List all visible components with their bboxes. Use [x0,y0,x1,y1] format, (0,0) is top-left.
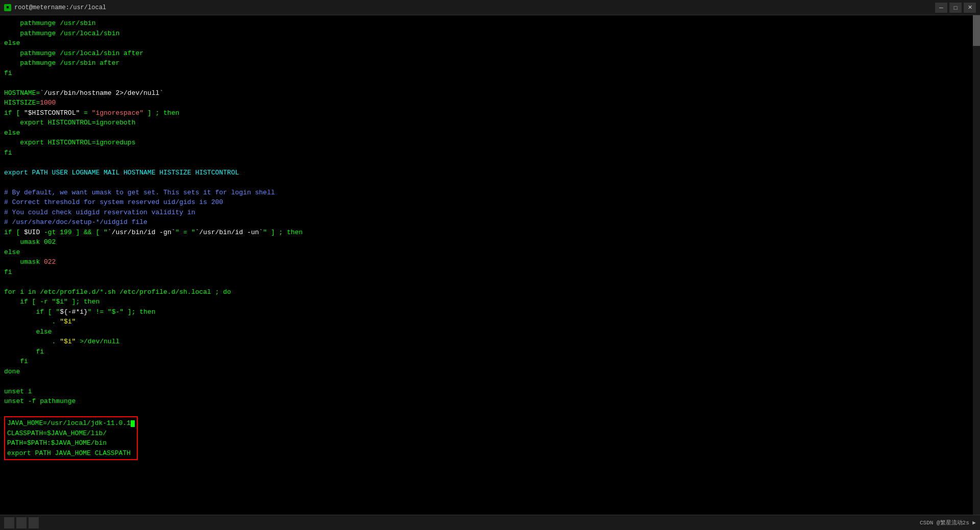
line-8-hostname: HOSTNAME=`/usr/bin/hostname 2>/dev/null` [4,89,163,97]
close-button[interactable]: ✕ [964,3,976,13]
line-32-else: else [4,328,52,336]
window-title: root@metername:/usr/local [14,4,106,11]
line-7-blank [4,79,8,87]
line-33-dot-i-null: . "$i" >/dev/null [4,338,119,345]
minimize-button[interactable]: ─ [935,3,947,13]
line-38-unset-i: unset i [4,388,32,395]
terminal-icon-symbol: ■ [6,5,9,10]
line-34-fi: fi [4,348,44,356]
line-37-blank [4,377,8,385]
line-16-export: export PATH USER LOGNAME MAIL HOSTNAME H… [4,169,239,176]
terminal-cursor [131,420,135,427]
line-25-umask022: umask 022 [4,258,56,266]
line-23-umask002: umask 002 [4,238,56,246]
line-17-blank [4,179,8,186]
java-line-2: CLASSPATH=$JAVA_HOME/lib/ [7,430,107,437]
line-12-else: else [4,129,20,137]
line-31-dot-i: . "$i" [4,318,76,325]
line-1: pathmunge /usr/sbin [4,19,95,27]
line-27-blank [4,278,8,286]
line-21-comment: # /usr/share/doc/setup-*/uidgid file [4,218,148,226]
maximize-button[interactable]: □ [949,3,962,13]
title-bar: ■ root@metername:/usr/local ─ □ ✕ [0,0,980,15]
line-40-blank [4,408,8,415]
line-20-comment: # You could check uidgid reservation val… [4,209,195,216]
java-block-text: JAVA_HOME=/usr/local/jdk-11.0.1 CLASSPAT… [7,418,135,458]
java-line-1: JAVA_HOME=/usr/local/jdk-11.0.1 [7,419,135,427]
line-11: export HISTCONTROL=ignoreboth [4,119,135,127]
line-5: pathmunge /usr/sbin after [4,59,119,67]
status-segment-1 [4,517,14,528]
line-28-for: for i in /etc/profile.d/*.sh /etc/profil… [4,288,231,296]
line-14-fi: fi [4,149,12,157]
scrollbar[interactable] [973,15,980,515]
line-3-else: else [4,39,20,47]
scrollbar-thumb[interactable] [973,15,980,46]
java-highlight-box: JAVA_HOME=/usr/local/jdk-11.0.1 CLASSPAT… [4,416,138,460]
line-4: pathmunge /usr/local/sbin after [4,49,143,57]
java-line-3: PATH=$PATH:$JAVA_HOME/bin [7,439,107,447]
watermark: CSDN @繁星流动2s ▶ [920,519,976,526]
statusbar-left [4,517,39,528]
line-29-if-r: if [ -r "$i" ]; then [4,298,100,306]
line-36-done: done [4,368,20,375]
title-bar-left: ■ root@metername:/usr/local [4,4,106,11]
line-6-fi: fi [4,69,12,77]
line-2: pathmunge /usr/local/sbin [4,30,119,37]
line-22-if-uid: if [ $UID -gt 199 ] && [ "`/usr/bin/id -… [4,229,303,236]
status-segment-3 [29,517,39,528]
terminal-content: pathmunge /usr/sbin pathmunge /usr/local… [0,15,973,515]
line-39-unset-f: unset -f pathmunge [4,397,76,405]
java-line-4: export PATH JAVA_HOME CLASSPATH [7,449,131,457]
terminal-text: pathmunge /usr/sbin pathmunge /usr/local… [4,18,969,416]
line-26-fi: fi [4,268,12,276]
line-19-comment: # Correct threshold for system reserved … [4,198,223,206]
line-18-comment: # By default, we want umask to get set. … [4,189,275,196]
line-30-if-dash: if [ "${-#*i}" != "$-" ]; then [4,308,155,316]
line-35-fi: fi [4,358,28,365]
line-9-histsize: HISTSIZE=1000 [4,99,56,107]
line-15-blank [4,159,8,166]
line-13: export HISTCONTROL=ignoredups [4,139,135,146]
status-segment-2 [16,517,27,528]
line-24-else: else [4,248,20,256]
line-10-if: if [ "$HISTCONTROL" = "ignorespace" ] ; … [4,109,179,117]
window-controls[interactable]: ─ □ ✕ [935,3,976,13]
status-bar: CSDN @繁星流动2s ▶ [0,515,980,530]
terminal-icon: ■ [4,4,11,11]
